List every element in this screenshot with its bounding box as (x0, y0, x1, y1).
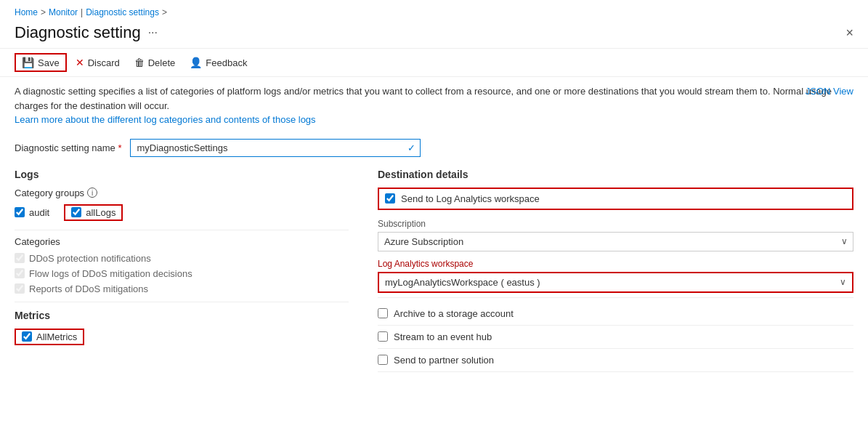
all-metrics-item: AllMetrics (15, 329, 84, 345)
close-button[interactable]: × (845, 25, 853, 41)
feedback-button[interactable]: 👤 Feedback (184, 55, 253, 71)
send-to-la-label[interactable]: Send to Log Analytics workspace (401, 193, 540, 204)
send-to-la-checkbox[interactable] (385, 193, 395, 204)
save-icon: 💾 (22, 57, 34, 68)
stream-row: Stream to an event hub (378, 326, 853, 349)
workspace-label: Log Analytics workspace (378, 259, 853, 269)
breadcrumb-pipe: | (81, 7, 83, 17)
left-panel: Logs Category groups i audit allLogs C (15, 169, 349, 372)
delete-button[interactable]: 🗑 Delete (129, 55, 182, 71)
all-logs-checkbox[interactable] (71, 207, 81, 217)
learn-more-text: Learn more about the different log categ… (15, 114, 316, 125)
metrics-title: Metrics (15, 310, 349, 321)
info-icon[interactable]: i (87, 188, 97, 198)
breadcrumb-diagnostic-settings[interactable]: Diagnostic settings (86, 7, 159, 17)
workspace-field: Log Analytics workspace myLogAnalyticsWo… (378, 259, 853, 293)
metrics-section: Metrics AllMetrics (15, 310, 349, 345)
logs-section-title: Logs (15, 169, 349, 180)
save-button[interactable]: 💾 Save (15, 53, 67, 72)
stream-label[interactable]: Stream to an event hub (394, 331, 492, 342)
breadcrumb-sep2: > (162, 7, 167, 17)
description-text: A diagnostic setting specifies a list of… (15, 86, 832, 111)
feedback-icon: 👤 (190, 57, 202, 68)
categories-subsection: Categories DDoS protection notifications… (15, 236, 349, 294)
discard-label: Discard (88, 57, 120, 68)
page-title: Diagnostic setting (15, 23, 141, 42)
ddos-reports-checkbox[interactable] (15, 283, 25, 294)
discard-button[interactable]: ✕ Discard (70, 55, 126, 71)
more-options-icon[interactable]: ··· (148, 26, 158, 39)
ddos-flow-checkbox[interactable] (15, 268, 25, 278)
breadcrumb-home[interactable]: Home (15, 7, 38, 17)
check-icon: ✓ (407, 142, 415, 153)
right-panel: Destination details Send to Log Analytic… (378, 169, 853, 372)
categories-label: Categories (15, 236, 349, 247)
partner-row: Send to partner solution (378, 349, 853, 372)
subscription-field: Subscription Azure Subscription ∨ (378, 219, 853, 251)
subscription-label: Subscription (378, 219, 853, 229)
audit-checkbox[interactable] (15, 207, 25, 217)
stream-checkbox[interactable] (378, 331, 388, 342)
archive-row: Archive to a storage account (378, 302, 853, 326)
ddos-flow-label: Flow logs of DDoS mitigation decisions (29, 268, 192, 279)
delete-label: Delete (148, 57, 176, 68)
logs-section: Logs Category groups i audit allLogs C (15, 169, 349, 294)
ddos-notif-checkbox[interactable] (15, 253, 25, 263)
category-groups-label: Category groups i (15, 188, 349, 198)
diagnostic-name-label: Diagnostic setting name * (15, 142, 121, 153)
required-marker: * (118, 142, 121, 153)
delete-icon: 🗑 (134, 57, 145, 68)
divider-1 (15, 230, 349, 230)
send-to-la-row: Send to Log Analytics workspace (378, 188, 853, 210)
partner-label[interactable]: Send to partner solution (394, 355, 494, 366)
destination-title: Destination details (378, 169, 853, 180)
diagnostic-name-row: Diagnostic setting name * ✓ (0, 134, 868, 164)
audit-checkbox-item: audit (15, 207, 49, 218)
learn-more-link[interactable]: Learn more about the different log categ… (15, 113, 853, 127)
all-metrics-checkbox[interactable] (22, 331, 32, 342)
page-header: Diagnostic setting ··· × (0, 20, 868, 49)
workspace-dropdown[interactable]: myLogAnalyticsWorkspace ( eastus ) (379, 273, 852, 291)
archive-checkbox[interactable] (378, 308, 388, 318)
feedback-label: Feedback (206, 57, 247, 68)
audit-label[interactable]: audit (29, 207, 49, 218)
description-area: A diagnostic setting specifies a list of… (0, 77, 868, 134)
main-content: Logs Category groups i audit allLogs C (0, 164, 868, 376)
all-logs-label[interactable]: allLogs (86, 207, 115, 218)
json-view-label: JSON View (806, 86, 853, 97)
all-logs-checkbox-item: allLogs (64, 204, 123, 221)
category-item-1: DDoS protection notifications (15, 253, 349, 264)
divider-2 (15, 302, 349, 302)
archive-label[interactable]: Archive to a storage account (394, 308, 514, 319)
ddos-reports-label: Reports of DDoS mitigations (29, 283, 148, 294)
toolbar: 💾 Save ✕ Discard 🗑 Delete 👤 Feedback (0, 49, 868, 77)
category-item-3: Reports of DDoS mitigations (15, 283, 349, 294)
json-view-link[interactable]: JSON View (806, 84, 853, 99)
breadcrumb: Home > Monitor | Diagnostic settings > (0, 0, 868, 20)
breadcrumb-sep1: > (41, 7, 46, 17)
save-label: Save (38, 57, 60, 68)
discard-icon: ✕ (76, 57, 84, 68)
diagnostic-name-input[interactable] (131, 140, 420, 156)
category-item-2: Flow logs of DDoS mitigation decisions (15, 268, 349, 279)
la-sub-fields: Subscription Azure Subscription ∨ Log An… (378, 214, 853, 298)
partner-checkbox[interactable] (378, 355, 388, 365)
ddos-notif-label: DDoS protection notifications (29, 253, 151, 264)
subscription-dropdown[interactable]: Azure Subscription (378, 232, 853, 251)
breadcrumb-monitor[interactable]: Monitor (49, 7, 78, 17)
all-metrics-label[interactable]: AllMetrics (36, 331, 77, 342)
